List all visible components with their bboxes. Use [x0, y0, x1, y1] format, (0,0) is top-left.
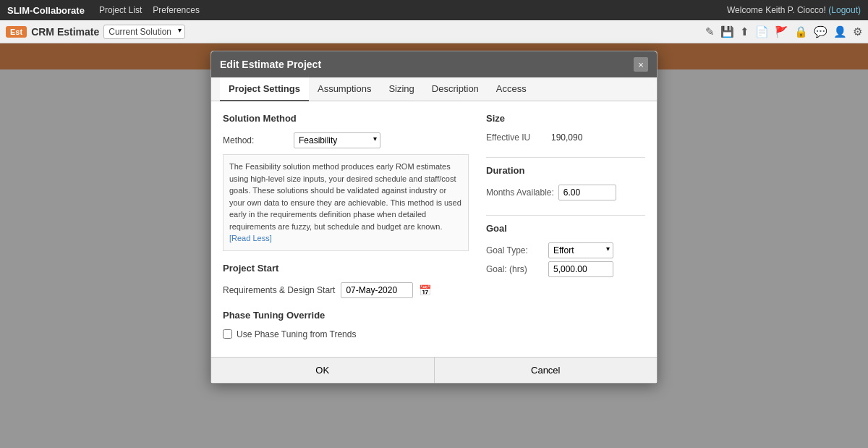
tab-access[interactable]: Access [488, 77, 535, 101]
tab-description[interactable]: Description [423, 77, 488, 101]
est-badge: Est [6, 26, 27, 38]
method-label: Method: [223, 135, 288, 145]
method-select[interactable]: Feasibility [294, 132, 380, 148]
months-row: Months Available: [486, 185, 645, 200]
phase-tuning-checkbox[interactable] [223, 329, 232, 339]
method-row: Method: Feasibility [223, 132, 469, 148]
req-design-date-input[interactable] [341, 282, 413, 298]
solution-selector[interactable]: Current Solution [103, 25, 185, 39]
method-description: The Feasibility solution method produces… [223, 154, 469, 251]
flag-icon[interactable]: 🚩 [775, 25, 788, 38]
goal-hrs-label: Goal: (hrs) [486, 264, 544, 274]
modal-footer: OK Cancel [211, 357, 657, 383]
modal-left-panel: Solution Method Method: Feasibility The … [223, 113, 469, 339]
phase-tuning-section: Phase Tuning Override Use Phase Tuning f… [223, 310, 469, 339]
background-content: Edit Estimate Project × Project Settings… [0, 43, 868, 448]
divider-2 [486, 215, 645, 216]
ok-button[interactable]: OK [211, 358, 435, 383]
cancel-button[interactable]: Cancel [435, 358, 658, 383]
goal-type-select-wrap[interactable]: Effort [548, 242, 613, 258]
method-select-wrap[interactable]: Feasibility [294, 132, 380, 148]
document-icon[interactable]: 📄 [755, 25, 769, 38]
solution-method-header: Solution Method [223, 113, 469, 125]
duration-section: Duration Months Available: [486, 165, 645, 200]
modal-close-button[interactable]: × [634, 57, 648, 72]
solution-selector-wrap[interactable]: Current Solution [103, 25, 185, 39]
project-title: CRM Estimate [31, 26, 99, 38]
requirements-date-row: Requirements & Design Start 📅 [223, 282, 469, 298]
goal-hrs-input[interactable] [548, 261, 613, 277]
tab-assumptions[interactable]: Assumptions [309, 77, 380, 101]
modal-title: Edit Estimate Project [220, 59, 321, 70]
sub-navbar: Est CRM Estimate Current Solution ✎ 💾 ⬆ … [0, 20, 868, 43]
read-less-link[interactable]: [Read Less] [229, 234, 272, 242]
duration-header: Duration [486, 165, 645, 177]
months-label: Months Available: [486, 187, 554, 198]
chat-icon[interactable]: 💬 [814, 25, 827, 38]
top-navbar: SLIM-Collaborate Project List Preference… [0, 0, 868, 20]
phase-tuning-checkbox-row: Use Phase Tuning from Trends [223, 329, 469, 339]
nav-preferences[interactable]: Preferences [153, 5, 200, 15]
welcome-message: Welcome Keith P. Ciocco! (Logout) [727, 5, 861, 15]
upload-icon[interactable]: ⬆ [740, 25, 749, 38]
goal-type-label: Goal Type: [486, 245, 544, 255]
modal-right-panel: Size Effective IU 190,090 Duration Month… [486, 113, 645, 339]
effective-iu-row: Effective IU 190,090 [486, 132, 645, 143]
effective-iu-value: 190,090 [551, 132, 582, 143]
logout-link[interactable]: (Logout) [828, 5, 861, 15]
months-input[interactable] [558, 185, 616, 200]
edit-estimate-modal: Edit Estimate Project × Project Settings… [210, 51, 658, 384]
modal-tabs: Project Settings Assumptions Sizing Desc… [211, 77, 657, 101]
tab-project-settings[interactable]: Project Settings [220, 77, 309, 101]
project-start-header: Project Start [223, 263, 469, 275]
tab-sizing[interactable]: Sizing [380, 77, 422, 101]
save-icon[interactable]: 💾 [720, 25, 734, 38]
phase-tuning-header: Phase Tuning Override [223, 310, 469, 322]
calendar-icon[interactable]: 📅 [419, 284, 431, 296]
size-section: Size Effective IU 190,090 [486, 113, 645, 143]
settings-icon[interactable]: ⚙ [853, 25, 862, 38]
user-icon[interactable]: 👤 [833, 25, 847, 38]
modal-header: Edit Estimate Project × [211, 51, 657, 77]
goal-type-select[interactable]: Effort [548, 242, 613, 258]
size-header: Size [486, 113, 645, 125]
phase-tuning-checkbox-label: Use Phase Tuning from Trends [237, 329, 356, 339]
modal-body: Solution Method Method: Feasibility The … [211, 101, 657, 351]
toolbar-icons: ✎ 💾 ⬆ 📄 🚩 🔒 💬 👤 ⚙ [705, 25, 862, 38]
req-design-label: Requirements & Design Start [223, 285, 335, 295]
brand-logo: SLIM-Collaborate [7, 5, 85, 16]
goal-section: Goal Goal Type: Effort Goal: (hrs) [486, 223, 645, 277]
pencil-icon[interactable]: ✎ [705, 25, 715, 38]
goal-type-row: Goal Type: Effort [486, 242, 645, 258]
project-start-section: Project Start Requirements & Design Star… [223, 263, 469, 298]
lock-icon[interactable]: 🔒 [794, 25, 808, 38]
goal-hrs-row: Goal: (hrs) [486, 261, 645, 277]
modal-overlay: Edit Estimate Project × Project Settings… [0, 43, 868, 448]
divider-1 [486, 157, 645, 158]
goal-header: Goal [486, 223, 645, 235]
effective-iu-label: Effective IU [486, 132, 544, 143]
nav-project-list[interactable]: Project List [99, 5, 142, 15]
